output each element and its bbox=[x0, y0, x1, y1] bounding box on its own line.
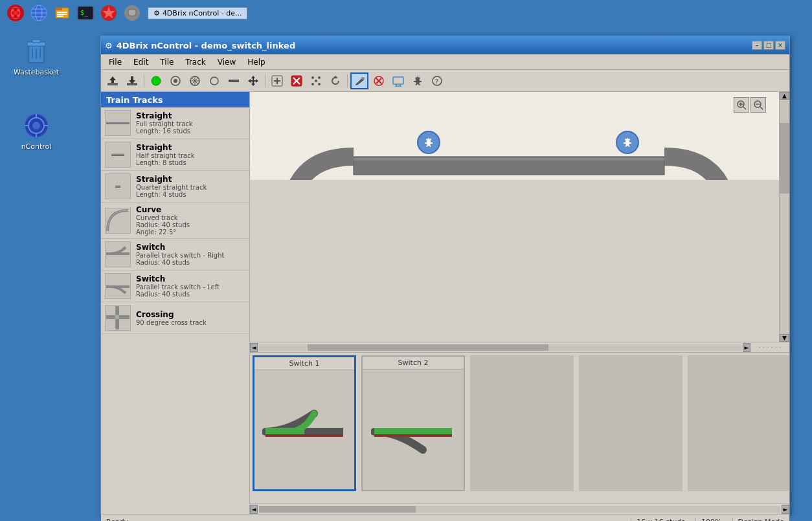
terminal-icon[interactable]: $_ bbox=[75, 3, 96, 23]
gear-switch2-icon[interactable] bbox=[616, 131, 639, 154]
screen-button[interactable] bbox=[389, 72, 407, 89]
menu-tile[interactable]: Tile bbox=[155, 56, 179, 68]
switch-1-canvas bbox=[254, 370, 354, 489]
track-desc1-1: Half straight track bbox=[136, 152, 195, 159]
panel-title: Train Tracks bbox=[106, 95, 163, 105]
track-desc2-2: Length: 4 studs bbox=[136, 191, 207, 198]
svg-point-2 bbox=[12, 9, 14, 12]
svg-rect-48 bbox=[229, 80, 239, 82]
add-button[interactable] bbox=[268, 72, 286, 89]
panel-scroll[interactable]: Straight Full straight track Length: 16 … bbox=[101, 107, 249, 514]
wrench-button[interactable] bbox=[350, 72, 368, 89]
maximize-button[interactable]: □ bbox=[763, 41, 774, 50]
ncontrol-desktop-icon[interactable]: nControl bbox=[10, 110, 62, 151]
track-name-1: Straight bbox=[136, 143, 195, 152]
taskbar-app-button[interactable]: ⚙ 4DBrix nControl - de... bbox=[148, 7, 247, 19]
track-thumb-straight-full bbox=[105, 110, 131, 136]
green-indicator[interactable] bbox=[147, 72, 165, 89]
menu-edit[interactable]: Edit bbox=[128, 56, 153, 68]
track-thumb-straight-half bbox=[105, 142, 131, 168]
close-button[interactable]: ✕ bbox=[775, 41, 785, 50]
scatter-button[interactable] bbox=[307, 72, 325, 89]
switch-cell-3-empty bbox=[470, 355, 574, 491]
svg-rect-74 bbox=[106, 122, 130, 122]
svg-point-5 bbox=[17, 14, 19, 17]
zoom-out-button[interactable] bbox=[750, 97, 766, 113]
wastebasket-desktop-icon[interactable]: Wastebasket bbox=[10, 36, 62, 76]
track-name-2: Straight bbox=[136, 175, 207, 184]
upload-button[interactable] bbox=[104, 72, 122, 89]
separator-1 bbox=[144, 74, 144, 87]
track-item-crossing[interactable]: Crossing 90 degree cross track bbox=[101, 302, 249, 334]
track-item-straight-full[interactable]: Straight Full straight track Length: 16 … bbox=[101, 107, 249, 139]
switch-cell-1[interactable]: Switch 1 bbox=[253, 355, 356, 491]
delete-button[interactable] bbox=[288, 72, 306, 89]
switches-scrollbar[interactable]: ◄ ► bbox=[250, 504, 789, 514]
svg-rect-81 bbox=[115, 187, 120, 188]
svg-rect-15 bbox=[57, 14, 67, 15]
menu-track[interactable]: Track bbox=[180, 56, 210, 68]
track-name-4: Switch bbox=[136, 243, 224, 252]
svg-rect-66 bbox=[393, 77, 403, 84]
svg-rect-86 bbox=[115, 315, 119, 319]
main-canvas[interactable] bbox=[250, 92, 779, 180]
track-item-switch-left[interactable]: Switch Parallel track switch - Left Radi… bbox=[101, 271, 249, 302]
svg-rect-33 bbox=[25, 125, 28, 126]
track-desc1-5: Parallel track switch - Left bbox=[136, 283, 220, 291]
svg-rect-75 bbox=[106, 124, 130, 124]
gear-settings-button[interactable] bbox=[409, 72, 427, 89]
track-item-straight-half[interactable]: Straight Half straight track Length: 8 s… bbox=[101, 139, 249, 171]
gear-switch1-icon[interactable] bbox=[417, 131, 440, 154]
track-item-switch-right[interactable]: Switch Parallel track switch - Right Rad… bbox=[101, 239, 249, 271]
menu-file[interactable]: File bbox=[104, 56, 127, 68]
desktop: $_ ⚙ 4DBrix nControl - de... bbox=[0, 0, 812, 521]
track-thumb-straight-quarter bbox=[105, 173, 131, 199]
svg-rect-14 bbox=[57, 12, 67, 13]
settings-circle-button[interactable] bbox=[166, 72, 185, 89]
status-bar: Ready. 16 x 16 studs 100% Design Mode bbox=[101, 514, 789, 521]
zoom-in-button[interactable] bbox=[734, 97, 749, 113]
switch-cell-2[interactable]: Switch 2 bbox=[361, 355, 465, 491]
content-area: Train Tracks Straight Full straight trac… bbox=[101, 92, 789, 514]
track-item-straight-quarter[interactable]: Straight Quarter straight track Length: … bbox=[101, 171, 249, 203]
svg-rect-35 bbox=[107, 83, 118, 85]
track-item-curve[interactable]: Curve Curved track Radius: 40 studs Angl… bbox=[101, 203, 249, 239]
track-info-straight-half: Straight Half straight track Length: 8 s… bbox=[136, 143, 195, 166]
svg-rect-16 bbox=[57, 16, 63, 17]
svg-rect-80 bbox=[115, 185, 120, 186]
fan-button[interactable] bbox=[186, 72, 204, 89]
switch-2-title: Switch 2 bbox=[363, 357, 464, 370]
svg-text:?: ? bbox=[435, 78, 438, 85]
vertical-scrollbar[interactable]: ▲ ▼ bbox=[779, 92, 789, 342]
move-button[interactable] bbox=[244, 72, 262, 89]
cross-button[interactable] bbox=[370, 72, 388, 89]
switches-row: Switch 1 bbox=[250, 353, 789, 504]
taskbar-app-icon: ⚙ bbox=[153, 9, 160, 17]
raspberry-pi-icon[interactable] bbox=[5, 3, 26, 23]
circle-button[interactable] bbox=[205, 72, 223, 89]
star-icon[interactable] bbox=[98, 3, 119, 23]
track-info-crossing: Crossing 90 degree cross track bbox=[136, 310, 207, 326]
title-bar-controls: – □ ✕ bbox=[752, 41, 785, 50]
menu-help[interactable]: Help bbox=[242, 56, 270, 68]
svg-rect-78 bbox=[111, 155, 124, 156]
svg-rect-108 bbox=[374, 434, 452, 437]
track-info-curve: Curve Curved track Radius: 40 studs Angl… bbox=[136, 205, 190, 236]
menu-view[interactable]: View bbox=[212, 56, 241, 68]
refresh-button[interactable] bbox=[326, 72, 344, 89]
minus-button[interactable] bbox=[225, 72, 243, 89]
files-icon[interactable] bbox=[52, 3, 73, 23]
horizontal-scrollbar-top[interactable]: ◄ ► · · · · · · bbox=[250, 342, 789, 352]
minimize-button[interactable]: – bbox=[752, 41, 762, 50]
help-button[interactable]: ? bbox=[428, 72, 446, 89]
zoom-controls bbox=[734, 97, 766, 113]
switches-panel: Switch 1 bbox=[250, 352, 789, 514]
track-desc1-6: 90 degree cross track bbox=[136, 319, 207, 326]
track-desc2-1: Length: 8 studs bbox=[136, 159, 195, 166]
browser-icon[interactable] bbox=[28, 3, 49, 23]
antivirus-icon[interactable] bbox=[122, 3, 142, 23]
switch-1-title: Switch 1 bbox=[254, 357, 354, 370]
download-button[interactable] bbox=[123, 72, 141, 89]
svg-point-6 bbox=[14, 11, 17, 15]
separator-2 bbox=[265, 74, 265, 87]
